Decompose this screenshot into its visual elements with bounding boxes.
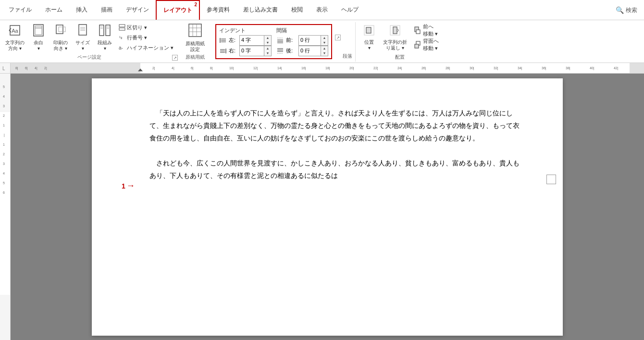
annotation-1: 1 → bbox=[122, 181, 135, 191]
tab-home[interactable]: ホーム bbox=[38, 0, 69, 20]
svg-text:|: | bbox=[4, 133, 5, 137]
indent-spacing-panel: インデント 左: bbox=[215, 24, 332, 59]
doc-paragraph-2: されども今、広くこの人間世界を見渡すに、かしこき人あり、おろかなる人あり、貧しき… bbox=[149, 157, 524, 182]
indent-title: インデント bbox=[219, 27, 272, 34]
svg-rect-48 bbox=[416, 30, 420, 34]
dangumi-label: 段組み▾ bbox=[98, 40, 112, 51]
tab-view[interactable]: 表示 bbox=[310, 0, 334, 20]
yohaku-button[interactable]: 余白▾ bbox=[28, 22, 49, 53]
indent-left-label: 左: bbox=[229, 37, 237, 44]
svg-text:6|: 6| bbox=[25, 67, 28, 71]
indent-left-up[interactable]: ▲ bbox=[264, 36, 271, 40]
mae-idou-icon bbox=[413, 26, 421, 35]
tab-file[interactable]: ファイル bbox=[2, 0, 38, 20]
tab-design[interactable]: デザイン bbox=[119, 0, 156, 20]
spacing-before-down[interactable]: ▼ bbox=[321, 40, 328, 45]
move-buttons-col: 前へ移動 ▾ 背面へ移動 ▾ bbox=[410, 22, 441, 53]
paragraph-expand-btn[interactable]: ↗ bbox=[335, 35, 341, 40]
svg-text:1: 1 bbox=[3, 143, 5, 146]
svg-text:4|: 4| bbox=[172, 67, 174, 71]
indent-left-down[interactable]: ▼ bbox=[264, 40, 271, 45]
tab-help[interactable]: ヘルプ bbox=[334, 0, 365, 20]
ichi-button[interactable]: 位置▾ bbox=[359, 22, 380, 53]
spacing-before-input[interactable] bbox=[299, 37, 321, 44]
tab-mailings-label: 差し込み文書 bbox=[243, 6, 278, 14]
insatsu-muki-icon bbox=[54, 24, 67, 39]
insatsu-muki-button[interactable]: 印刷の向き ▾ bbox=[50, 22, 71, 53]
mae-idou-button[interactable]: 前へ移動 ▾ bbox=[410, 24, 441, 37]
svg-text:2: 2 bbox=[3, 152, 5, 156]
arrange-label: 配置 bbox=[395, 54, 405, 61]
svg-text:24|: 24| bbox=[397, 67, 402, 71]
indent-right-input[interactable] bbox=[240, 48, 264, 54]
ruler-svg: 8| 6| 4| 2| 2| 4| 6| 8| 10| 12| 14| 16| … bbox=[11, 63, 644, 73]
ruler-corner: L bbox=[0, 63, 11, 73]
ribbon-tabs: ファイル ホーム 挿入 描画 デザイン レイアウト 2 参考資料 差し込み文書 … bbox=[0, 0, 644, 20]
size-icon bbox=[76, 24, 89, 39]
ichi-label: 位置▾ bbox=[364, 39, 374, 51]
spacing-before-input-group[interactable]: ▲ ▼ bbox=[298, 35, 328, 46]
svg-text:10|: 10| bbox=[229, 67, 234, 71]
manuscript-label: 原稿用紙 bbox=[186, 54, 205, 61]
spacing-after-row: 後: ▲ ▼ bbox=[276, 46, 328, 56]
spacing-before-icon bbox=[276, 38, 284, 43]
tab-help-label: ヘルプ bbox=[341, 6, 359, 14]
dangumi-icon bbox=[98, 24, 111, 39]
tab-layout-label: レイアウト bbox=[163, 6, 192, 14]
svg-text:14|: 14| bbox=[277, 67, 282, 71]
svg-text:L: L bbox=[2, 66, 5, 71]
size-label: サイズ▾ bbox=[75, 40, 90, 51]
tab-insert[interactable]: 挿入 bbox=[69, 0, 94, 20]
indent-right-row: 右: ▲ ▼ bbox=[219, 46, 272, 56]
para-group-label-wrapper: 段落 bbox=[343, 22, 355, 61]
tab-review-label: 校閲 bbox=[291, 6, 303, 14]
svg-rect-46 bbox=[393, 27, 397, 34]
spacing-before-up[interactable]: ▲ bbox=[321, 36, 328, 40]
indent-right-down[interactable]: ▼ bbox=[264, 51, 271, 56]
tab-layout[interactable]: レイアウト 2 bbox=[156, 0, 200, 20]
spacing-title: 間隔 bbox=[276, 27, 328, 34]
tab-review[interactable]: 校閲 bbox=[285, 0, 310, 20]
svg-text:30|: 30| bbox=[470, 67, 474, 71]
page-setup-label: ページ設定 bbox=[77, 54, 101, 61]
indent-left-input-group[interactable]: ▲ ▼ bbox=[239, 35, 272, 46]
manuscript-group: 原稿用紙設定 原稿用紙 bbox=[179, 22, 211, 61]
size-button[interactable]: サイズ▾ bbox=[72, 22, 93, 53]
anno-1-arrow: → bbox=[126, 181, 135, 191]
indent-left-input[interactable] bbox=[240, 37, 264, 44]
svg-text:4: 4 bbox=[3, 95, 5, 98]
page: 1 → 「天は人の上に人を造らず人の下に人を造らず」と言えり。されば天より人を生… bbox=[92, 78, 563, 336]
indent-right-label: 右: bbox=[229, 47, 237, 54]
hyphen-button[interactable]: a- ハイフネーション ▾ bbox=[116, 43, 176, 52]
page-setup-expand[interactable]: ↗ bbox=[172, 55, 178, 61]
svg-rect-8 bbox=[79, 25, 87, 35]
tab-references[interactable]: 参考資料 bbox=[200, 0, 236, 20]
tab-design-label: デザイン bbox=[126, 6, 149, 14]
kukiri-label: 区切り ▾ bbox=[127, 24, 147, 31]
svg-rect-7 bbox=[59, 27, 65, 32]
spacing-after-icon bbox=[276, 48, 284, 54]
spacing-after-up[interactable]: ▲ bbox=[321, 46, 328, 51]
spacing-after-input-group[interactable]: ▲ ▼ bbox=[298, 46, 328, 56]
spacing-after-down[interactable]: ▼ bbox=[321, 51, 328, 56]
spacing-after-spinner: ▲ ▼ bbox=[321, 46, 328, 56]
tab-references-label: 参考資料 bbox=[207, 6, 230, 14]
ushiro-idou-button[interactable]: 背面へ移動 ▾ bbox=[410, 38, 441, 51]
dangumi-button[interactable]: 段組み▾ bbox=[94, 22, 115, 53]
hyphen-icon: a- bbox=[119, 44, 125, 51]
genkou-settei-button[interactable]: 原稿用紙設定 bbox=[182, 22, 209, 53]
moji-ori-button[interactable]: 文字列の折り返し ▾ bbox=[381, 22, 409, 53]
kukiri-button[interactable]: 区切り ▾ bbox=[116, 23, 176, 32]
spacing-after-input[interactable] bbox=[299, 48, 321, 54]
gyobango-button[interactable]: ¹₂ 行番号 ▾ bbox=[116, 33, 176, 42]
moji-houkou-label: 文字列の方向 ▾ bbox=[5, 40, 25, 51]
spacing-before-row: 前: ▲ ▼ bbox=[276, 35, 328, 46]
ruler: L 8| 6| 4| 2| 2| 4| 6| 8| 10| 12| 14| bbox=[0, 63, 644, 74]
tab-mailings[interactable]: 差し込み文書 bbox=[236, 0, 285, 20]
indent-right-up[interactable]: ▲ bbox=[264, 46, 271, 51]
tab-file-label: ファイル bbox=[9, 6, 32, 14]
indent-right-input-group[interactable]: ▲ ▼ bbox=[239, 46, 272, 56]
moji-houkou-button[interactable]: Aa 文字列の方向 ▾ bbox=[3, 22, 27, 53]
doc-area[interactable]: 1 → 「天は人の上に人を造らず人の下に人を造らず」と言えり。されば天より人を生… bbox=[11, 74, 644, 340]
tab-draw[interactable]: 描画 bbox=[94, 0, 119, 20]
